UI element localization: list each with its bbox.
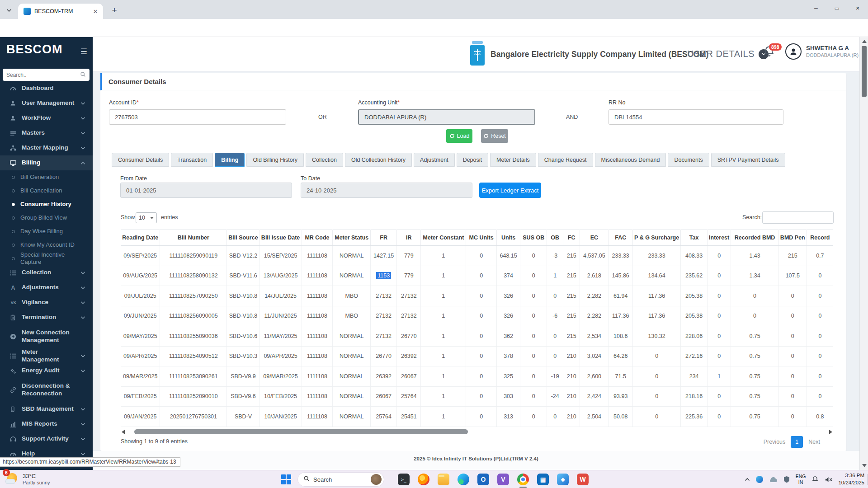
column-header-ec[interactable]: EC — [580, 230, 609, 246]
sidebar-item-energy-audit[interactable]: Energy Audit — [0, 363, 93, 378]
accounting-unit-field[interactable] — [358, 109, 535, 125]
sidebar-item-user-management[interactable]: User Management — [0, 96, 93, 111]
onedrive-cloud-icon[interactable] — [769, 477, 778, 483]
tab-deposit[interactable]: Deposit — [457, 153, 488, 167]
notifications-bell[interactable]: 898 — [763, 45, 781, 65]
sidebar-item-collection[interactable]: Collection — [0, 265, 93, 280]
column-header-bill-issue-date[interactable]: Bill Issue Date — [259, 230, 302, 246]
user-identity[interactable]: SHWETHA G A DODDABALAPURA (R) — [806, 45, 859, 58]
column-header-p-g-surcharge[interactable]: P & G Surcharge — [633, 230, 681, 246]
column-header-bill-number[interactable]: Bill Number — [160, 230, 227, 246]
column-header-fr[interactable]: FR — [371, 230, 397, 246]
column-header-fc[interactable]: FC — [563, 230, 580, 246]
column-header-tax[interactable]: Tax — [681, 230, 708, 246]
column-header-meter-constant[interactable]: Meter Constant — [421, 230, 466, 246]
column-header-record[interactable]: Record — [807, 230, 833, 246]
tray-chevron-up-icon[interactable] — [745, 478, 750, 481]
column-header-ir[interactable]: IR — [397, 230, 421, 246]
edge-tray-icon[interactable] — [756, 476, 763, 483]
sidebar-item-group-billed-view[interactable]: Group Billed View — [0, 211, 93, 225]
reset-button[interactable]: Reset — [481, 129, 508, 143]
sidebar-search[interactable] — [3, 69, 90, 81]
window-maximize-button[interactable]: ▭ — [826, 0, 847, 16]
vertical-scrollbar-thumb[interactable] — [862, 46, 867, 97]
sidebar-search-input[interactable] — [6, 72, 80, 78]
chrome-icon[interactable] — [517, 474, 529, 485]
scroll-right-icon[interactable] — [829, 430, 832, 434]
scroll-up-icon[interactable] — [862, 40, 867, 43]
user-details-menu[interactable]: USER DETAILS — [687, 49, 769, 59]
previous-page-button[interactable]: Previous — [764, 439, 786, 445]
tab-meter-details[interactable]: Meter Details — [490, 153, 536, 167]
sidebar-item-workflow[interactable]: WorkFlow — [0, 111, 93, 126]
sidebar-item-disconnection-reconnection[interactable]: Disconnection & Reconnection — [0, 378, 93, 402]
scroll-left-icon[interactable] — [122, 430, 125, 434]
user-avatar[interactable] — [785, 43, 802, 60]
security-shield-icon[interactable] — [783, 476, 790, 483]
from-date-field[interactable] — [120, 183, 292, 198]
rr-no-field[interactable] — [609, 109, 783, 125]
export-ledger-extract-button[interactable]: Export Ledger Extract — [479, 183, 541, 198]
clock[interactable]: 3:36 PM 10/24/2025 — [838, 472, 864, 486]
tray-bell-icon[interactable] — [811, 476, 819, 483]
sidebar-item-support-activity[interactable]: Support Activity — [0, 432, 93, 446]
table-search-input[interactable] — [762, 211, 834, 224]
outlook-icon[interactable] — [477, 474, 489, 485]
new-tab-button[interactable]: + — [108, 5, 120, 16]
sidebar-item-billing[interactable]: Billing — [0, 155, 93, 170]
tab-old-billing-history[interactable]: Old Billing History — [246, 153, 304, 167]
firefox-icon[interactable] — [418, 474, 429, 485]
sidebar-item-meter-management[interactable]: Meter Management — [0, 348, 93, 363]
taskbar-search[interactable]: Search — [297, 472, 384, 487]
sidebar-item-sbd-management[interactable]: SBD Management — [0, 402, 93, 417]
vertical-scrollbar[interactable] — [859, 37, 868, 470]
column-header-bmd-pen[interactable]: BMD Pen — [778, 230, 807, 246]
column-header-ob[interactable]: OB — [547, 230, 563, 246]
sidebar-item-dashboard[interactable]: Dashboard — [0, 81, 93, 96]
sidebar-item-bill-generation[interactable]: Bill Generation — [0, 170, 93, 184]
sidebar-item-know-my-account-id[interactable]: Know My Account ID — [0, 238, 93, 252]
edge-icon[interactable] — [458, 474, 469, 485]
sidebar-item-vigilance[interactable]: VKVigilance — [0, 295, 93, 310]
tab-old-collection-history[interactable]: Old Collection History — [345, 153, 412, 167]
tab-close-icon[interactable]: ✕ — [91, 7, 99, 15]
visual-studio-icon[interactable] — [497, 474, 509, 485]
next-page-button[interactable]: Next — [808, 439, 820, 445]
page-size-select[interactable]: 10 — [136, 212, 157, 223]
calculator-icon[interactable] — [537, 474, 549, 485]
tab-miscellaneous-demand[interactable]: Miscellaneous Demand — [595, 153, 666, 167]
tab-documents[interactable]: Documents — [668, 153, 709, 167]
volume-muted-icon[interactable] — [825, 476, 832, 483]
sidebar-item-special-incentive-capture[interactable]: Special Incentive Capture — [0, 252, 93, 265]
horizontal-scrollbar[interactable] — [121, 429, 833, 435]
window-minimize-button[interactable]: ─ — [806, 0, 826, 16]
column-header-units[interactable]: Units — [497, 230, 520, 246]
column-header-sus-ob[interactable]: SUS OB — [520, 230, 547, 246]
tab-adjustment[interactable]: Adjustment — [414, 153, 455, 167]
load-button[interactable]: Load — [446, 129, 472, 143]
weather-widget[interactable]: 6 33°C Partly sunny — [5, 472, 50, 486]
column-header-meter-status[interactable]: Meter Status — [333, 230, 371, 246]
scroll-down-icon[interactable] — [862, 464, 867, 467]
account-id-field[interactable] — [109, 109, 286, 125]
current-page-button[interactable]: 1 — [791, 436, 803, 448]
sidebar-item-mis-reports[interactable]: MIS Reports — [0, 417, 93, 432]
column-header-mc-units[interactable]: MC Units — [466, 230, 497, 246]
column-header-interest[interactable]: Interest — [708, 230, 731, 246]
sidebar-item-day-wise-billing[interactable]: Day Wise Billing — [0, 225, 93, 238]
tab-transaction[interactable]: Transaction — [171, 153, 213, 167]
sidebar-item-master-mapping[interactable]: Master Mapping — [0, 141, 93, 155]
tab-collection[interactable]: Collection — [306, 153, 343, 167]
window-close-button[interactable]: ✕ — [847, 0, 868, 16]
tab-srtpv-payment-details[interactable]: SRTPV Payment Details — [711, 153, 785, 167]
column-header-reading-date[interactable]: Reading Date — [121, 230, 160, 246]
column-header-recorded-bmd[interactable]: Recorded BMD — [731, 230, 779, 246]
tab-change-request[interactable]: Change Request — [538, 153, 593, 167]
hamburger-menu-icon[interactable]: ☰ — [80, 47, 87, 56]
windows-start-icon[interactable] — [281, 474, 291, 484]
sidebar-item-adjustments[interactable]: AAdjustments — [0, 280, 93, 295]
to-date-field[interactable] — [301, 183, 472, 198]
language-indicator[interactable]: ENGIN — [796, 474, 806, 485]
horizontal-scrollbar-thumb[interactable] — [134, 429, 468, 434]
column-header-bill-source[interactable]: Bill Source — [227, 230, 259, 246]
